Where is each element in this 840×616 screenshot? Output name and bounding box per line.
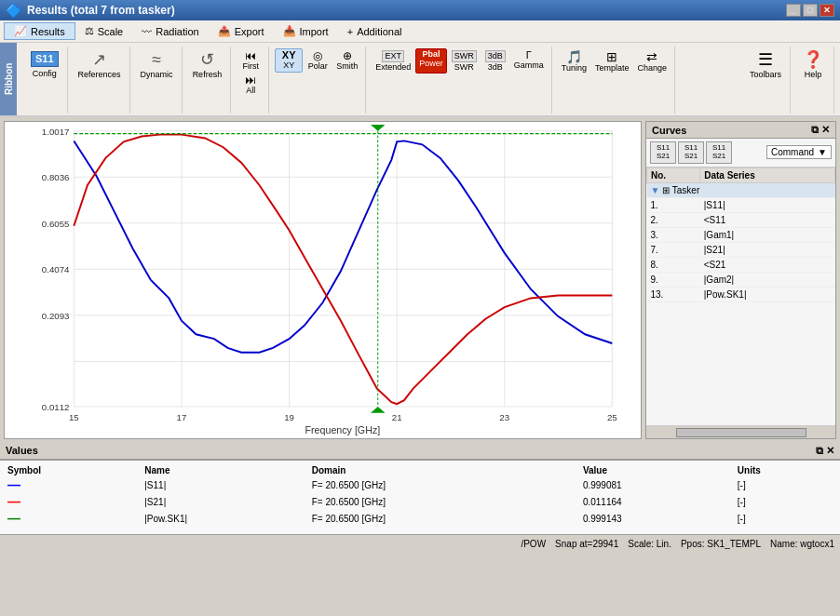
val-pow-symbol: —	[4, 510, 141, 527]
curve-series-9: |Gam2|	[700, 272, 835, 287]
values-panel: Symbol Name Domain Value Units — |S11| F…	[0, 460, 840, 534]
status-scale: Scale: Lin.	[628, 539, 671, 549]
chart-svg: 1.0017 0.8036 0.6055 0.4074 0.2093 0.011…	[5, 122, 641, 438]
val-col-symbol: Symbol	[4, 464, 141, 476]
val-row-s11: — |S11| F= 20.6500 [GHz] 0.999081 [-]	[4, 476, 836, 493]
curves-tab-s11s21-1[interactable]: S11S21	[650, 141, 676, 164]
ribbon-power-button[interactable]: Pbal Power	[415, 48, 447, 74]
svg-text:Frequency [GHz]: Frequency [GHz]	[305, 424, 381, 435]
curve-row-3[interactable]: 3. |Gam1|	[647, 227, 835, 242]
menu-radiation[interactable]: 〰 Radiation	[132, 24, 208, 39]
curves-close-icon[interactable]: ✕	[821, 124, 830, 136]
ribbon-tuning-button[interactable]: 🎵 Tuning	[558, 48, 590, 74]
svg-text:0.8036: 0.8036	[42, 172, 70, 182]
ribbon-first-button[interactable]: ⏮ First	[237, 48, 264, 73]
tasker-row[interactable]: ▼ ⊞ Tasker	[647, 182, 835, 197]
ribbon-smith-button[interactable]: ⊕ Smith	[332, 48, 361, 73]
dropdown-arrow-icon: ▼	[818, 147, 827, 157]
curve-no-2: 2.	[647, 212, 700, 227]
ribbon-polar-button[interactable]: ◎ Polar	[304, 48, 332, 73]
svg-text:25: 25	[607, 412, 617, 422]
svg-text:17: 17	[177, 412, 187, 422]
ribbon-group-tools: 🎵 Tuning ⊞ Template ⇄ Change	[554, 47, 675, 114]
menu-import[interactable]: 📥 Import	[274, 23, 338, 39]
val-s11-value: 0.999081	[579, 476, 734, 493]
close-button[interactable]: ✕	[820, 4, 834, 17]
curves-panel: Curves ⧉ ✕ S11S21 S11S21 S11S21 Command …	[645, 121, 836, 439]
col-dataseries: Data Series	[700, 167, 835, 182]
ribbon-group-config: S11 Config	[22, 47, 68, 114]
val-s21-domain: F= 20.6500 [GHz]	[308, 493, 579, 510]
values-restore-icon[interactable]: ⧉	[816, 445, 823, 457]
curve-series-3: |Gam1|	[700, 227, 835, 242]
ribbon-label: Ribbon	[0, 43, 17, 115]
val-col-name: Name	[141, 464, 308, 476]
ribbon-refresh-button[interactable]: ↺ Refresh	[188, 48, 227, 82]
curve-row-2[interactable]: 2. <S11	[647, 212, 835, 227]
menu-scale[interactable]: ⚖ Scale	[75, 23, 133, 39]
curve-row-7[interactable]: 7. |S21|	[647, 242, 835, 257]
curve-row-9[interactable]: 9. |Gam2|	[647, 272, 835, 287]
svg-text:0.6055: 0.6055	[42, 219, 70, 229]
val-row-pow: — |Pow.SK1| F= 20.6500 [GHz] 0.999143 [-…	[4, 510, 836, 527]
ribbon-config-button[interactable]: S11 Config	[26, 48, 63, 81]
menu-additional[interactable]: + Additional	[338, 24, 412, 39]
curve-series-1: |S11|	[700, 197, 835, 212]
curve-row-8[interactable]: 8. <S21	[647, 257, 835, 272]
status-path: /POW	[521, 539, 546, 549]
curves-toolbar: S11S21 S11S21 S11S21 Command ▼	[646, 139, 835, 167]
ribbon-gamma-button[interactable]: Γ Gamma	[510, 48, 548, 74]
ribbon-all-button[interactable]: ⏭ All	[237, 73, 264, 97]
ribbon-view-row: XY XY ◎ Polar ⊕ Smith	[275, 48, 361, 73]
curves-scrollbar[interactable]	[646, 425, 835, 438]
ribbon-modes-row: EXT Extended Pbal Power SWR SWR 3dB 3dB …	[372, 48, 548, 74]
ribbon-template-button[interactable]: ⊞ Template	[591, 48, 633, 74]
title-bar-left: 🔷 Results (total 7 from tasker)	[6, 3, 175, 18]
curves-table[interactable]: No. Data Series ▼ ⊞ Tasker 1. |S11	[646, 167, 835, 425]
curves-title: Curves ⧉ ✕	[646, 122, 835, 139]
title-bar-controls: _ □ ✕	[786, 4, 834, 17]
scrollbar-thumb[interactable]	[676, 428, 806, 437]
curve-no-7: 7.	[647, 242, 700, 257]
ribbon-toolbars-button[interactable]: ☰ Toolbars	[745, 48, 786, 82]
svg-text:21: 21	[392, 412, 402, 422]
chart-area[interactable]: 1.0017 0.8036 0.6055 0.4074 0.2093 0.011…	[4, 121, 642, 439]
val-col-units: Units	[734, 464, 836, 476]
ribbon-dynamic-button[interactable]: ≈ Dynamic	[136, 48, 178, 82]
maximize-button[interactable]: □	[803, 4, 818, 17]
menu-results[interactable]: 📈 Results	[4, 22, 75, 40]
curves-window-controls: ⧉ ✕	[811, 124, 830, 136]
ribbon-3db-button[interactable]: 3dB 3dB	[481, 48, 509, 74]
values-container: Values ⧉ ✕ Symbol Name Domain Value Unit…	[0, 443, 840, 534]
ribbon-extended-button[interactable]: EXT Extended	[372, 48, 414, 74]
ribbon-group-help: ❓ Help	[793, 47, 834, 114]
curve-row-1[interactable]: 1. |S11|	[647, 197, 835, 212]
status-bar: /POW Snap at=29941 Scale: Lin. Ppos: SK1…	[0, 534, 840, 553]
ribbon-xy-button[interactable]: XY XY	[275, 48, 303, 73]
val-col-domain: Domain	[308, 464, 579, 476]
values-close-icon[interactable]: ✕	[826, 445, 834, 457]
curves-tab-s11s21-3[interactable]: S11S21	[706, 141, 732, 164]
curves-tab-s11s21-2[interactable]: S11S21	[678, 141, 704, 164]
scale-icon: ⚖	[85, 25, 94, 37]
menu-export[interactable]: 📤 Export	[209, 23, 274, 39]
command-dropdown[interactable]: Command ▼	[766, 145, 832, 159]
val-s21-value: 0.011164	[579, 493, 734, 510]
svg-text:0.4074: 0.4074	[42, 264, 70, 275]
values-window-controls: ⧉ ✕	[816, 445, 834, 457]
ribbon-help-button[interactable]: ❓ Help	[796, 48, 830, 82]
curve-no-1: 1.	[647, 197, 700, 212]
status-name: Name: wgtocx1	[770, 539, 834, 549]
val-s11-domain: F= 20.6500 [GHz]	[308, 476, 579, 493]
ribbon-change-button[interactable]: ⇄ Change	[633, 48, 671, 74]
ribbon-references-button[interactable]: ↗ References	[74, 48, 126, 82]
ribbon-group-references: ↗ References	[70, 47, 130, 114]
minimize-button[interactable]: _	[786, 4, 801, 17]
val-s11-name: |S11|	[141, 476, 308, 493]
ribbon-swr-button[interactable]: SWR SWR	[448, 48, 481, 74]
additional-icon: +	[347, 26, 353, 37]
val-pow-domain: F= 20.6500 [GHz]	[308, 510, 579, 527]
curve-row-13[interactable]: 13. |Pow.SK1|	[647, 287, 835, 301]
curves-restore-icon[interactable]: ⧉	[811, 124, 819, 136]
curve-no-9: 9.	[647, 272, 700, 287]
